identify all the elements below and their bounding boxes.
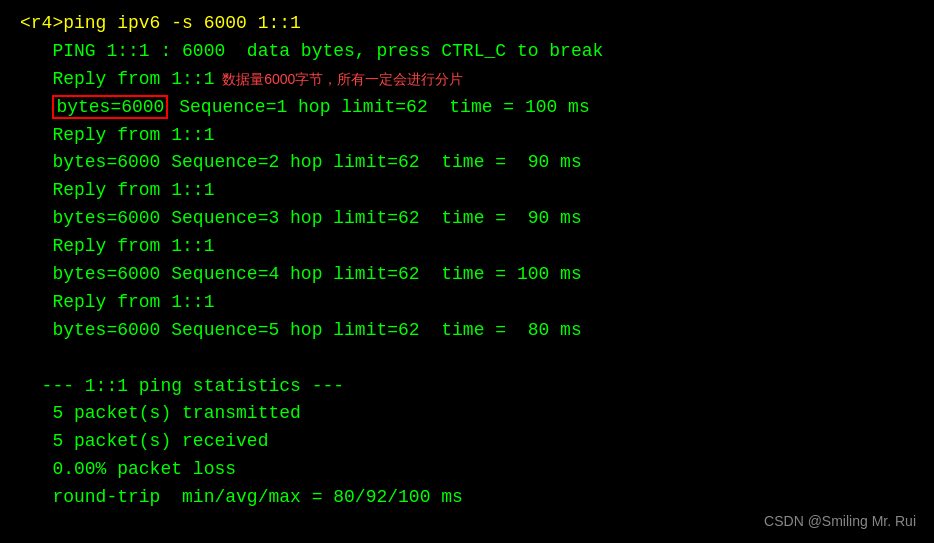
blank-line [20, 345, 914, 373]
command-text: <r4>ping ipv6 -s 6000 1::1 [20, 13, 301, 33]
reply5-bytes-text: bytes=6000 Sequence=5 hop limit=62 time … [20, 320, 582, 340]
stats-rx-line: 5 packet(s) received [20, 428, 914, 456]
reply1-from-line: Reply from 1::1 数据量6000字节，所有一定会进行分片 [20, 66, 914, 94]
ping-header-line: PING 1::1 : 6000 data bytes, press CTRL_… [20, 38, 914, 66]
reply1-bytes-line: bytes=6000 Sequence=1 hop limit=62 time … [20, 94, 914, 122]
stats-loss-text: 0.00% packet loss [20, 459, 236, 479]
reply1-rest: Sequence=1 hop limit=62 time = 100 ms [168, 97, 589, 117]
stats-header-line: --- 1::1 ping statistics --- [20, 373, 914, 401]
stats-loss-line: 0.00% packet loss [20, 456, 914, 484]
reply2-bytes-text: bytes=6000 Sequence=2 hop limit=62 time … [20, 152, 582, 172]
stats-tx-text: 5 packet(s) transmitted [20, 403, 301, 423]
reply2-bytes-line: bytes=6000 Sequence=2 hop limit=62 time … [20, 149, 914, 177]
stats-rtt-text: round-trip min/avg/max = 80/92/100 ms [20, 487, 463, 507]
stats-rx-text: 5 packet(s) received [20, 431, 268, 451]
ping-header-text: PING 1::1 : 6000 data bytes, press CTRL_… [20, 41, 603, 61]
bytes-box-highlight: bytes=6000 [52, 95, 168, 119]
reply5-from-text: Reply from 1::1 [20, 292, 214, 312]
reply4-from-line: Reply from 1::1 [20, 233, 914, 261]
stats-rtt-line: round-trip min/avg/max = 80/92/100 ms [20, 484, 914, 512]
command-line: <r4>ping ipv6 -s 6000 1::1 [20, 10, 914, 38]
reply4-bytes-text: bytes=6000 Sequence=4 hop limit=62 time … [20, 264, 582, 284]
reply4-from-text: Reply from 1::1 [20, 236, 214, 256]
reply5-from-line: Reply from 1::1 [20, 289, 914, 317]
reply1-from-text: Reply from 1::1 [20, 69, 214, 89]
reply3-from-line: Reply from 1::1 [20, 177, 914, 205]
stats-tx-line: 5 packet(s) transmitted [20, 400, 914, 428]
reply2-from-line: Reply from 1::1 [20, 122, 914, 150]
reply1-indent [20, 97, 52, 117]
reply3-bytes-text: bytes=6000 Sequence=3 hop limit=62 time … [20, 208, 582, 228]
terminal-window: <r4>ping ipv6 -s 6000 1::1 PING 1::1 : 6… [0, 0, 934, 522]
reply4-bytes-line: bytes=6000 Sequence=4 hop limit=62 time … [20, 261, 914, 289]
reply2-from-text: Reply from 1::1 [20, 125, 214, 145]
reply5-bytes-line: bytes=6000 Sequence=5 hop limit=62 time … [20, 317, 914, 345]
watermark: CSDN @Smiling Mr. Rui [764, 513, 916, 529]
reply3-from-text: Reply from 1::1 [20, 180, 214, 200]
stats-header-text: --- 1::1 ping statistics --- [20, 376, 344, 396]
reply3-bytes-line: bytes=6000 Sequence=3 hop limit=62 time … [20, 205, 914, 233]
annotation-text: 数据量6000字节，所有一定会进行分片 [214, 71, 463, 87]
